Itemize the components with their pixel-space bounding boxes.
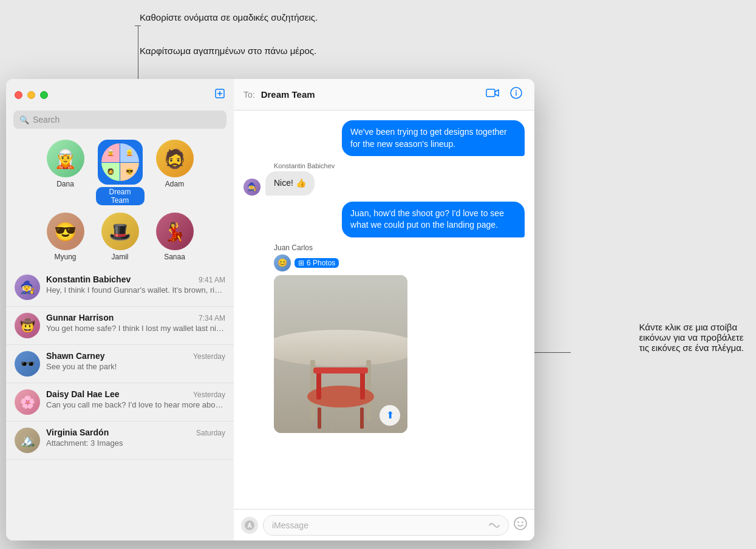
svg-text:A: A [247,522,251,529]
search-placeholder: Search [33,115,60,124]
konstantin-avatar: 🧙 [15,274,40,300]
sanaa-label: Sanaa [164,253,185,261]
svg-rect-3 [486,89,495,97]
chat-header: To: Dream Team [234,79,534,111]
shawn-avatar: 🕶️ [15,351,40,377]
sidebar: 🔍 Search 🧝 Dana 🧝 👱 🧔 😎 [6,79,234,540]
shawn-content: Shawn Carney Yesterday See you at the pa… [46,351,225,371]
conv-item-virginia[interactable]: 🏔️ Virginia Sardón Saturday Attachment: … [6,421,234,460]
shawn-name: Shawn Carney [46,351,104,361]
pinned-sanaa[interactable]: 💃 Sanaa [151,213,199,261]
photo-count-badge[interactable]: ⊞ 6 Photos [295,258,339,268]
svg-rect-14 [313,367,368,373]
dana-label: Dana [56,180,74,188]
pinned-contacts-row1: 🧝 Dana 🧝 👱 🧔 😎 Dream Team 🧔 [6,135,234,213]
photo-sender-name: Juan Carlos [274,244,525,252]
svg-point-19 [514,517,526,530]
gunnar-preview: You get home safe? I think I lost my wal… [46,324,225,333]
juan-avatar: 😊 [274,254,291,271]
share-button[interactable]: ⬆ [380,405,400,426]
dream-team-avatar-wrap: 🧝 👱 🧔 😎 [98,140,143,185]
app-store-button[interactable]: A [241,517,258,534]
dream-team-avatar: 🧝 👱 🧔 😎 [101,143,139,181]
compose-button[interactable] [214,88,225,102]
msg-outgoing-1-wrap: We've been trying to get designs togethe… [243,120,525,156]
virginia-header: Virginia Sardón Saturday [46,428,225,437]
conv-item-daisy[interactable]: 🌸 Daisy Dal Hae Lee Yesterday Can you ca… [6,383,234,421]
gunnar-avatar: 🤠 [15,313,40,338]
imessage-input[interactable]: iMessage [263,515,509,536]
adam-avatar: 🧔 [156,140,194,177]
input-placeholder: iMessage [272,520,308,530]
adam-label: Adam [165,180,184,188]
close-button[interactable] [15,91,22,99]
audio-icon [489,521,500,530]
conv-item-shawn[interactable]: 🕶️ Shawn Carney Yesterday See you at the… [6,345,234,383]
svg-point-8 [274,330,407,366]
svg-point-6 [516,90,517,92]
messages-window: 🔍 Search 🧝 Dana 🧝 👱 🧔 😎 [6,79,534,540]
svg-rect-13 [360,369,365,400]
daisy-time: Yesterday [193,390,225,399]
info-button[interactable] [508,84,525,104]
gunnar-time: 7:34 AM [199,314,225,322]
msg-incoming-konstantin: Nice! 👍 [265,171,315,196]
dream-team-label: Dream Team [96,187,145,205]
virginia-content: Virginia Sardón Saturday Attachment: 3 I… [46,428,225,448]
pinned-myung[interactable]: 😎 Myung [41,213,90,261]
sender-name-konstantin: Konstantin Babichev [274,162,525,169]
grid-icon: ⊞ [298,259,304,267]
svg-point-21 [522,522,523,523]
pinned-contacts-row2: 😎 Myung 🎩 Jamil 💃 Sanaa [6,213,234,268]
annotation-line2: Καρφίτσωμα αγαπημένων στο πάνω μέρος. [140,46,316,56]
svg-rect-15 [318,407,321,429]
photo-header: 😊 ⊞ 6 Photos [274,254,525,271]
virginia-avatar: 🏔️ [15,428,40,453]
conv-item-gunnar[interactable]: 🤠 Gunnar Harrison 7:34 AM You get home s… [6,307,234,345]
video-call-button[interactable] [483,86,502,103]
pinned-jamil[interactable]: 🎩 Jamil [96,213,145,261]
minimize-button[interactable] [27,91,35,99]
jamil-avatar: 🎩 [101,213,139,250]
virginia-name: Virginia Sardón [46,428,109,437]
msg-outgoing-2: Juan, how'd the shoot go? I'd love to se… [342,202,525,237]
pinned-dana[interactable]: 🧝 Dana [41,140,90,205]
myung-label: Myung [54,253,76,261]
pinned-dream-team[interactable]: 🧝 👱 🧔 😎 Dream Team [96,140,145,205]
search-icon: 🔍 [19,115,29,124]
virginia-time: Saturday [196,429,225,437]
chat-title: Dream Team [261,89,477,100]
search-bar[interactable]: 🔍 Search [13,111,226,129]
chat-to-label: To: [243,90,255,100]
conversation-list: 🧙 Konstantin Babichev 9:41 AM Hey, I thi… [6,268,234,540]
adam-avatar-wrap: 🧔 [156,140,194,177]
konstantin-time: 9:41 AM [199,276,225,284]
msg-outgoing-2-wrap: Juan, how'd the shoot go? I'd love to se… [243,202,525,237]
shawn-header: Shawn Carney Yesterday [46,351,225,361]
dana-avatar: 🧝 [47,140,84,177]
gunnar-content: Gunnar Harrison 7:34 AM You get home saf… [46,313,225,333]
konstantin-content: Konstantin Babichev 9:41 AM Hey, I think… [46,274,225,295]
shawn-time: Yesterday [193,352,225,361]
emoji-button[interactable] [514,517,527,533]
svg-point-20 [517,522,519,523]
shawn-preview: See you at the park! [46,362,225,371]
annotation-tick-top [135,26,141,26]
pinned-adam[interactable]: 🧔 Adam [151,140,199,205]
titlebar [6,79,234,111]
msg-incoming-konstantin-wrap: Konstantin Babichev 🧙 Nice! 👍 [243,162,525,196]
message-input-area: A iMessage [234,509,534,540]
annotation-line1: Καθορίστε ονόματα σε ομαδικές συζητήσεις… [140,12,318,22]
chat-area: To: Dream Team We've been trying to [234,79,534,540]
photo-stack[interactable]: ⬆ [274,275,407,433]
annotation-right: Κάντε κλικ σε μια στοίβαεικόνων για να π… [639,322,744,353]
conv-item-konstantin[interactable]: 🧙 Konstantin Babichev 9:41 AM Hey, I thi… [6,268,234,307]
konstantin-header: Konstantin Babichev 9:41 AM [46,274,225,284]
gunnar-header: Gunnar Harrison 7:34 AM [46,313,225,322]
fullscreen-button[interactable] [40,91,48,99]
photo-count: 6 Photos [307,259,335,267]
konstantin-preview: Hey, I think I found Gunnar's wallet. It… [46,285,225,295]
daisy-content: Daisy Dal Hae Lee Yesterday Can you call… [46,389,225,409]
dana-avatar-wrap: 🧝 [47,140,84,177]
konstantin-small-avatar: 🧙 [243,179,261,196]
